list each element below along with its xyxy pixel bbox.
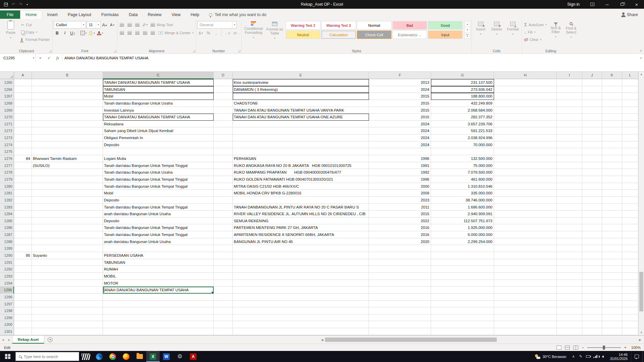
cell-E1271[interactable] (233, 121, 369, 128)
cell-A1292[interactable] (14, 266, 32, 273)
cell-I1277[interactable] (557, 162, 582, 169)
cell-C1294[interactable]: MOTOR (103, 280, 214, 287)
cell-B1284[interactable] (32, 210, 103, 218)
cell-H1265[interactable] (494, 79, 557, 86)
cell-F1285[interactable]: 2022 (369, 218, 431, 225)
cell-K1295[interactable] (602, 287, 622, 294)
cell-H1301[interactable] (494, 328, 557, 335)
cell-E1284[interactable]: RIVER VALLEY RESIDENCE JL. AUTUMN HILLS … (233, 210, 369, 218)
percent-style-button[interactable]: % (205, 29, 212, 37)
cell-E1275[interactable] (233, 148, 369, 155)
column-header-G[interactable]: G (431, 72, 494, 79)
cell-E1300[interactable] (233, 321, 369, 328)
cell-F1282[interactable]: 2023 (369, 197, 431, 204)
ribbon-tab-help[interactable]: Help (185, 10, 204, 19)
cell-C1268[interactable]: Tanah dan/atau Bangunan Untuk Usaha (103, 100, 214, 107)
cell-style-neutral[interactable]: Neutral (286, 31, 320, 39)
cell-L1286[interactable] (622, 224, 638, 231)
cell-E1286[interactable]: PARTEMEN MENTENG PARK 27 GH, JAKARTA (233, 224, 369, 231)
cell-H1283[interactable] (494, 204, 557, 211)
hscroll-right-icon[interactable]: ▶ (637, 337, 643, 343)
taskbar-app-zebra[interactable] (79, 351, 93, 362)
format-painter-button[interactable]: Format Painter (20, 36, 51, 43)
cell-B1294[interactable] (32, 280, 103, 287)
cell-J1265[interactable] (582, 79, 602, 86)
cell-K1273[interactable] (602, 134, 622, 141)
cell-D1297[interactable] (214, 301, 233, 308)
cell-A1288[interactable] (14, 238, 32, 245)
vertical-scrollbar[interactable]: ▲ ▼ (638, 72, 644, 335)
cell-K1287[interactable] (602, 231, 622, 238)
cell-A1283[interactable] (14, 204, 32, 211)
cell-K1293[interactable] (602, 273, 622, 280)
cell-E1274[interactable] (233, 141, 369, 148)
cell-E1291[interactable] (233, 259, 369, 266)
cell-K1283[interactable] (602, 204, 622, 211)
cell-C1287[interactable]: Tanah dan/atau Bangunan Untuk Tempat Tin… (103, 231, 214, 238)
cell-C1277[interactable]: Tanah dan/atau Bangunan Untuk Tempat Tin… (103, 162, 214, 169)
cell-J1275[interactable] (582, 148, 602, 155)
cell-B1279[interactable] (32, 176, 103, 183)
cell-D1273[interactable] (214, 134, 233, 141)
cell-F1291[interactable] (369, 259, 431, 266)
cell-H1268[interactable] (494, 100, 557, 107)
cell-D1278[interactable] (214, 169, 233, 176)
share-button[interactable]: Share (616, 10, 644, 19)
ribbon-tab-review[interactable]: Review (143, 10, 166, 19)
cell-I1275[interactable] (557, 148, 582, 155)
cell-F1301[interactable] (369, 328, 431, 335)
cell-E1283[interactable]: TANAH DANBANGUNAN JL PINTU AIR RAYA NO 2… (233, 204, 369, 211)
cell-H1274[interactable] (494, 141, 557, 148)
cell-B1273[interactable] (32, 134, 103, 141)
cell-F1293[interactable] (369, 273, 431, 280)
cell-D1289[interactable] (214, 245, 233, 252)
cell-C1301[interactable] (103, 328, 214, 335)
cell-E1273[interactable] (233, 134, 369, 141)
cell-F1298[interactable] (369, 307, 431, 314)
cell-D1285[interactable] (214, 218, 233, 225)
row-header-1282[interactable]: 1282 (0, 197, 14, 204)
ribbon-tab-view[interactable]: View (166, 10, 185, 19)
cell-G1292[interactable] (431, 266, 494, 273)
cell-L1273[interactable] (622, 134, 638, 141)
cell-C1281[interactable]: Mobil (103, 190, 214, 197)
row-header-1297[interactable]: 1297 (0, 301, 14, 308)
cell-L1272[interactable] (622, 127, 638, 134)
cell-B1267[interactable] (32, 93, 103, 100)
cell-A1271[interactable] (14, 121, 32, 128)
battery-icon[interactable] (584, 351, 592, 362)
cell-F1266[interactable]: 2024 (369, 86, 431, 93)
cell-A1270[interactable] (14, 114, 32, 121)
cell-K1284[interactable] (602, 210, 622, 218)
save-icon[interactable] (4, 3, 8, 6)
cell-L1283[interactable] (622, 204, 638, 211)
cell-E1265[interactable]: Kios sunterparkview (233, 79, 369, 86)
cell-E1301[interactable] (233, 328, 369, 335)
row-header-1268[interactable]: 1268 (0, 100, 14, 107)
cell-L1267[interactable] (622, 93, 638, 100)
cell-C1285[interactable]: Deposito (103, 218, 214, 225)
cell-C1276[interactable]: Logam Mulia (103, 155, 214, 162)
cell-A1282[interactable] (14, 197, 32, 204)
merge-center-button[interactable]: aMerge & Center▾ (157, 29, 195, 36)
cell-I1298[interactable] (557, 307, 582, 314)
cell-A1286[interactable] (14, 224, 32, 231)
row-header-1287[interactable]: 1287 (0, 231, 14, 238)
cell-A1294[interactable] (14, 280, 32, 287)
cell-I1285[interactable] (557, 218, 582, 225)
enter-icon[interactable]: ✓ (45, 54, 53, 62)
taskbar-app-acrobat[interactable]: A (186, 351, 200, 362)
cell-I1295[interactable] (557, 287, 582, 294)
cell-style-warning-text-3[interactable]: Warning Text 3 (321, 21, 356, 29)
cell-J1278[interactable] (582, 169, 602, 176)
cell-B1270[interactable] (32, 114, 103, 121)
cell-K1270[interactable] (602, 114, 622, 121)
cell-B1286[interactable] (32, 224, 103, 231)
increase-font-button[interactable]: A▲ (101, 21, 108, 28)
cell-J1290[interactable] (582, 252, 602, 259)
cell-C1284[interactable]: anah dan/atau Bangunan Untuk Usaha (103, 210, 214, 218)
cell-K1292[interactable] (602, 266, 622, 273)
cell-B1275[interactable] (32, 148, 103, 155)
cell-I1288[interactable] (557, 238, 582, 245)
cell-H1286[interactable] (494, 224, 557, 231)
